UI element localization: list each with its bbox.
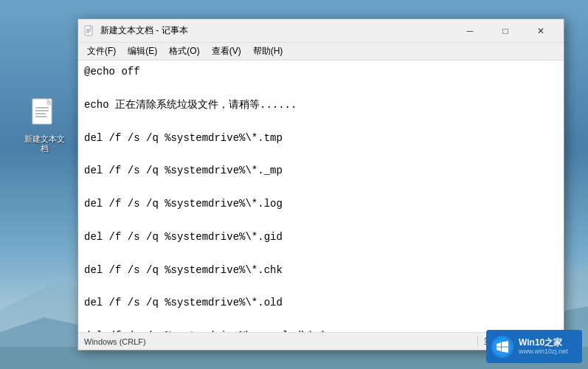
menu-view[interactable]: 查看(V) [206,44,247,59]
desktop-icon-label: 新建文本文档 [22,134,66,154]
watermark-url: www.win10zj.net [519,348,568,356]
title-bar: 新建文本文档 - 记事本 ─ □ ✕ [78,19,564,43]
status-encoding: Windows (CRLF) [84,337,466,346]
win10-logo [491,335,514,359]
watermark-title: Win10之家 [519,337,568,348]
text-area-container [78,61,564,332]
desktop-icon-textfile[interactable]: 新建文本文档 [22,96,66,154]
desktop: 新建文本文档 新建文本文档 - 记事本 ─ □ ✕ 文 [0,0,588,369]
text-file-icon [30,96,59,131]
window-controls: ─ □ ✕ [453,21,558,41]
menu-file[interactable]: 文件(F) [81,44,122,59]
text-editor[interactable] [78,61,564,332]
menu-help[interactable]: 帮助(H) [247,44,289,59]
notepad-window: 新建文本文档 - 记事本 ─ □ ✕ 文件(F) 编辑(E) 格式(O) 查看(… [77,18,564,351]
menu-format[interactable]: 格式(O) [163,44,205,59]
watermark-text: Win10之家 www.win10zj.net [519,337,568,356]
notepad-icon [84,25,96,37]
minimize-button[interactable]: ─ [453,21,487,41]
win10-watermark: Win10之家 www.win10zj.net [486,330,582,363]
maximize-button[interactable]: □ [488,21,522,41]
window-title: 新建文本文档 - 记事本 [100,24,453,37]
menu-edit[interactable]: 编辑(E) [122,44,163,59]
close-button[interactable]: ✕ [524,21,558,41]
menu-bar: 文件(F) 编辑(E) 格式(O) 查看(V) 帮助(H) [78,43,564,61]
